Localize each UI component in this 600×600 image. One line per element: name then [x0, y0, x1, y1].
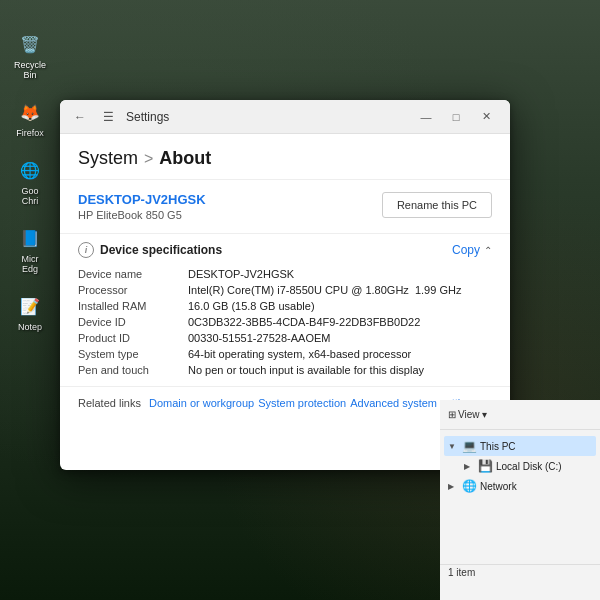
- local-disk-icon: 💾: [478, 459, 492, 473]
- firefox-icon: 🦊: [16, 98, 44, 126]
- recycle-bin-icon: 🗑️: [16, 30, 44, 58]
- firefox-label: Firefox: [16, 128, 44, 138]
- copy-chevron-icon: ⌃: [484, 245, 492, 256]
- spec-value-device-id: 0C3DB322-3BB5-4CDA-B4F9-22DB3FBB0D22: [188, 316, 492, 328]
- spec-label-system-type: System type: [78, 348, 188, 360]
- spec-value-product-id: 00330-51551-27528-AAOEM: [188, 332, 492, 344]
- window-controls: — □ ✕: [412, 103, 500, 131]
- local-disk-arrow-icon: ▶: [464, 462, 474, 471]
- local-disk-label: Local Disk (C:): [496, 461, 562, 472]
- spec-row-system-type: System type 64-bit operating system, x64…: [78, 346, 492, 362]
- device-specs-section: i Device specifications Copy ⌃ Device na…: [60, 234, 510, 386]
- network-item[interactable]: ▶ 🌐 Network: [444, 476, 596, 496]
- specs-title: Device specifications: [100, 243, 222, 257]
- view-icon: ⊞: [448, 409, 456, 420]
- title-bar-left: ← ☰ Settings: [70, 107, 169, 127]
- spec-row-device-id: Device ID 0C3DB322-3BB5-4CDA-B4F9-22DB3F…: [78, 314, 492, 330]
- spec-label-pen-touch: Pen and touch: [78, 364, 188, 376]
- desktop: 🗑️ Recycle Bin 🦊 Firefox 🌐 GooChri 📘 Mic…: [0, 0, 600, 600]
- edge-icon: 📘: [16, 224, 44, 252]
- spec-value-device-name: DESKTOP-JV2HGSK: [188, 268, 492, 280]
- page-header: System > About: [60, 134, 510, 180]
- edge-label: MicrEdg: [22, 254, 39, 274]
- pc-info-text: DESKTOP-JV2HGSK HP EliteBook 850 G5: [78, 192, 206, 221]
- network-label: Network: [480, 481, 517, 492]
- rename-pc-button[interactable]: Rename this PC: [382, 192, 492, 218]
- breadcrumb-current: About: [159, 148, 211, 169]
- local-disk-item[interactable]: ▶ 💾 Local Disk (C:): [444, 456, 596, 476]
- spec-label-ram: Installed RAM: [78, 300, 188, 312]
- breadcrumb-parent[interactable]: System: [78, 148, 138, 169]
- spec-row-device-name: Device name DESKTOP-JV2HGSK: [78, 266, 492, 282]
- this-pc-label: This PC: [480, 441, 516, 452]
- desktop-icon-chrome[interactable]: 🌐 GooChri: [8, 156, 52, 206]
- specs-header: i Device specifications Copy ⌃: [78, 242, 492, 258]
- spec-label-device-name: Device name: [78, 268, 188, 280]
- file-explorer-panel: ⊞ View ▾ ▼ 💻 This PC ▶ 💾 Local Disk (C:)…: [440, 400, 600, 600]
- file-explorer-toolbar: ⊞ View ▾: [440, 400, 600, 430]
- chrome-label: GooChri: [21, 186, 38, 206]
- this-pc-item[interactable]: ▼ 💻 This PC: [444, 436, 596, 456]
- recycle-bin-label: Recycle Bin: [8, 60, 52, 80]
- notepad-icon: 📝: [16, 292, 44, 320]
- desktop-icon-edge[interactable]: 📘 MicrEdg: [8, 224, 52, 274]
- breadcrumb: System > About: [78, 148, 492, 169]
- view-label: View: [458, 409, 480, 420]
- spec-value-pen-touch: No pen or touch input is available for t…: [188, 364, 492, 376]
- minimize-button[interactable]: —: [412, 103, 440, 131]
- copy-label: Copy: [452, 243, 480, 257]
- maximize-button[interactable]: □: [442, 103, 470, 131]
- pc-model: HP EliteBook 850 G5: [78, 209, 206, 221]
- domain-workgroup-link[interactable]: Domain or workgroup: [149, 397, 254, 409]
- desktop-icon-notepad[interactable]: 📝 Notep: [8, 292, 52, 332]
- desktop-icon-recycle-bin[interactable]: 🗑️ Recycle Bin: [8, 30, 52, 80]
- file-explorer-status: 1 item: [440, 564, 600, 580]
- system-protection-link[interactable]: System protection: [258, 397, 346, 409]
- file-explorer-tree: ▼ 💻 This PC ▶ 💾 Local Disk (C:) ▶ 🌐 Netw…: [440, 430, 600, 502]
- spec-value-ram: 16.0 GB (15.8 GB usable): [188, 300, 492, 312]
- back-button[interactable]: ←: [70, 107, 90, 127]
- pc-info-section: DESKTOP-JV2HGSK HP EliteBook 850 G5 Rena…: [60, 180, 510, 234]
- chrome-icon: 🌐: [16, 156, 44, 184]
- window-title: Settings: [126, 110, 169, 124]
- close-button[interactable]: ✕: [472, 103, 500, 131]
- network-icon: 🌐: [462, 479, 476, 493]
- spec-row-ram: Installed RAM 16.0 GB (15.8 GB usable): [78, 298, 492, 314]
- spec-value-system-type: 64-bit operating system, x64-based proce…: [188, 348, 492, 360]
- copy-button[interactable]: Copy ⌃: [452, 243, 492, 257]
- notepad-label: Notep: [18, 322, 42, 332]
- breadcrumb-separator: >: [144, 150, 153, 168]
- info-icon: i: [78, 242, 94, 258]
- network-arrow-icon: ▶: [448, 482, 458, 491]
- spec-row-product-id: Product ID 00330-51551-27528-AAOEM: [78, 330, 492, 346]
- view-dropdown-icon: ▾: [482, 409, 487, 420]
- spec-value-processor: Intel(R) Core(TM) i7-8550U CPU @ 1.80GHz…: [188, 284, 492, 296]
- view-button[interactable]: ⊞ View ▾: [448, 409, 487, 420]
- desktop-icons: 🗑️ Recycle Bin 🦊 Firefox 🌐 GooChri 📘 Mic…: [8, 30, 52, 332]
- this-pc-icon: 💻: [462, 439, 476, 453]
- title-bar: ← ☰ Settings — □ ✕: [60, 100, 510, 134]
- spec-label-product-id: Product ID: [78, 332, 188, 344]
- spec-label-processor: Processor: [78, 284, 188, 296]
- spec-row-processor: Processor Intel(R) Core(TM) i7-8550U CPU…: [78, 282, 492, 298]
- desktop-icon-firefox[interactable]: 🦊 Firefox: [8, 98, 52, 138]
- pc-name: DESKTOP-JV2HGSK: [78, 192, 206, 207]
- related-links-label: Related links: [78, 397, 141, 409]
- this-pc-arrow-icon: ▼: [448, 442, 458, 451]
- spec-table: Device name DESKTOP-JV2HGSK Processor In…: [78, 266, 492, 378]
- specs-title-row: i Device specifications: [78, 242, 222, 258]
- spec-row-pen-touch: Pen and touch No pen or touch input is a…: [78, 362, 492, 378]
- spec-label-device-id: Device ID: [78, 316, 188, 328]
- hamburger-button[interactable]: ☰: [98, 107, 118, 127]
